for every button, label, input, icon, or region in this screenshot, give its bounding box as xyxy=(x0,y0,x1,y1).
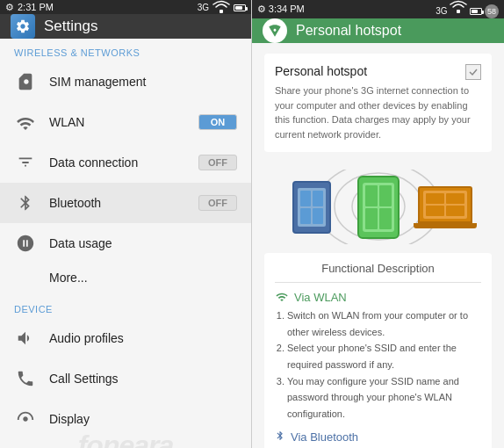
notification-icon: ⚙ xyxy=(5,2,14,13)
datausage-icon xyxy=(14,232,37,255)
menu-item-sim[interactable]: SIM management xyxy=(0,61,251,102)
via-bluetooth-label: Via Bluetooth xyxy=(291,430,358,444)
menu-item-storage[interactable]: Storage xyxy=(0,439,251,448)
notification-icon-right: ⚙ xyxy=(257,4,266,14)
app-bar-left: Settings xyxy=(0,14,251,39)
hotspot-card-title: Personal hotspot xyxy=(275,64,481,78)
hotspot-app-icon xyxy=(263,18,287,43)
bluetooth-icon xyxy=(14,191,37,214)
time-right: 3:34 PM xyxy=(269,4,305,14)
wlan-toggle[interactable]: ON xyxy=(198,114,237,130)
bluetooth-label: Bluetooth xyxy=(49,196,186,210)
status-right-right-icons: 3G 58 xyxy=(436,0,499,18)
status-right-icons: 3G xyxy=(198,0,246,14)
network-left: 3G xyxy=(198,3,209,12)
call-icon xyxy=(14,367,37,390)
menu-item-display[interactable]: Display xyxy=(0,399,251,439)
battery-badge: 58 xyxy=(485,4,499,18)
hotspot-info-card: Personal hotspot Share your phone's 3G i… xyxy=(264,54,492,152)
via-wlan-title: Via WLAN xyxy=(275,290,481,304)
signal-icon-right xyxy=(450,0,467,14)
data-icon xyxy=(14,151,37,174)
audio-icon xyxy=(14,327,37,350)
menu-item-datausage[interactable]: Data usage xyxy=(0,223,251,264)
menu-item-audio[interactable]: Audio profiles xyxy=(0,318,251,358)
via-bluetooth-section: Via Bluetooth Search and pair your phone… xyxy=(275,430,481,448)
data-toggle[interactable]: OFF xyxy=(198,155,237,170)
app-bar-right: Personal hotspot xyxy=(252,18,504,43)
via-wlan-label: Via WLAN xyxy=(294,291,347,304)
left-panel: ⚙ 2:31 PM 3G Setti xyxy=(0,0,252,448)
menu-item-more[interactable]: More... xyxy=(0,264,251,292)
svg-rect-1 xyxy=(457,10,460,13)
via-bluetooth-title: Via Bluetooth xyxy=(275,430,481,444)
menu-item-wlan[interactable]: WLAN ON xyxy=(0,102,251,142)
status-left-icons: ⚙ 2:31 PM xyxy=(5,2,54,13)
via-wlan-step-2: Select your phone's SSID and enter the r… xyxy=(287,340,481,372)
page-title-right: Personal hotspot xyxy=(296,23,401,39)
tablet-device xyxy=(292,181,331,234)
app-title-left: Settings xyxy=(44,18,97,35)
status-bar-right: ⚙ 3:34 PM 3G 58 xyxy=(252,0,504,18)
sim-label: SIM management xyxy=(49,75,237,89)
battery-icon-left xyxy=(234,3,246,12)
via-wlan-section: Via WLAN Switch on WLAN from your comput… xyxy=(275,290,481,423)
bluetooth-via-icon xyxy=(275,430,285,444)
settings-app-icon xyxy=(11,14,35,39)
menu-item-bluetooth[interactable]: Bluetooth OFF xyxy=(0,183,251,223)
wlan-via-icon xyxy=(275,290,289,304)
status-right-left-icons: ⚙ 3:34 PM xyxy=(257,4,305,15)
screen-container: ⚙ 2:31 PM 3G Setti xyxy=(0,0,504,448)
right-panel: ⚙ 3:34 PM 3G 58 xyxy=(252,0,504,448)
hotspot-card-desc: Share your phone's 3G internet connectio… xyxy=(275,83,481,141)
phone-device xyxy=(357,176,400,239)
wlan-label: WLAN xyxy=(49,115,186,129)
via-wlan-list: Switch on WLAN from your computer or to … xyxy=(275,307,481,423)
status-bar-left: ⚙ 2:31 PM 3G xyxy=(0,0,251,14)
datausage-label: Data usage xyxy=(49,236,237,250)
functional-desc-card: Functional Description Via WLAN Switch o… xyxy=(264,253,492,448)
laptop-device xyxy=(414,186,477,228)
via-wlan-step-1: Switch on WLAN from your computer or to … xyxy=(287,307,481,340)
functional-desc-title: Functional Description xyxy=(275,262,481,283)
hotspot-checkbox[interactable] xyxy=(465,64,481,80)
device-illustration xyxy=(264,161,492,253)
display-label: Display xyxy=(49,412,237,426)
data-label: Data connection xyxy=(49,155,186,170)
sim-icon xyxy=(14,70,37,93)
svg-rect-0 xyxy=(220,10,223,13)
audio-label: Audio profiles xyxy=(49,331,237,345)
time-left: 2:31 PM xyxy=(18,2,54,12)
wifi-icon xyxy=(14,111,37,134)
call-label: Call Settings xyxy=(49,372,237,386)
battery-icon-right xyxy=(470,6,485,16)
menu-item-data[interactable]: Data connection OFF xyxy=(0,142,251,183)
via-wlan-step-3: You may configure your SSID name and pas… xyxy=(287,373,481,423)
bluetooth-toggle[interactable]: OFF xyxy=(198,195,237,211)
menu-item-call[interactable]: Call Settings xyxy=(0,358,251,399)
right-content: Personal hotspot Share your phone's 3G i… xyxy=(252,43,504,448)
display-icon xyxy=(14,408,37,430)
signal-icon xyxy=(212,0,230,14)
section-header-wireless: WIRELESS & NETWORKS xyxy=(0,39,251,61)
section-header-device: DEVICE xyxy=(0,295,251,318)
network-right: 3G xyxy=(436,6,447,16)
